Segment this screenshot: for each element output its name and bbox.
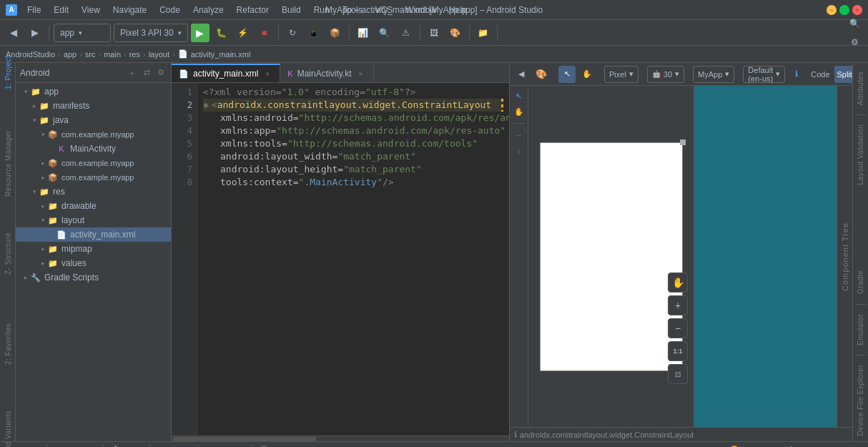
palette-pointer-icon[interactable]: ↖ [512,89,526,103]
close-tab-main-activity-kt[interactable]: × [356,69,366,79]
locale-info-button[interactable]: ℹ [788,66,805,83]
run-button[interactable]: ▶ [191,24,209,42]
stop-button[interactable]: ■ [255,24,274,42]
menu-navigate[interactable]: Navigate [107,4,152,16]
bc-app[interactable]: app [64,50,77,59]
tab-main-activity-kt[interactable]: K MainActivity.kt × [280,64,373,82]
profiler-button[interactable]: 〜 Profiler [202,443,248,448]
sync-files-button[interactable]: ⇄ [141,67,152,79]
device-file-explorer-tab[interactable]: Device File Explorer [854,359,867,441]
code-editor[interactable]: <?xml version="1.0" encoding="utf-8"?> ◈… [197,83,509,436]
locale-dropdown[interactable]: Default (en-us) ▾ [743,66,785,83]
panel-settings-button[interactable]: ⚙ [155,67,167,79]
profiler-button[interactable]: 📊 [354,24,373,42]
tree-item-package-2[interactable]: ▸ 📦 com.example.myapp [16,156,171,170]
close-button[interactable]: × [852,5,862,15]
tree-item-manifests[interactable]: ▸ 📁 manifests [16,99,171,113]
search-button[interactable]: 🔍 [845,14,864,33]
lint-button[interactable]: ⚠ [397,24,415,42]
gradle-tab[interactable]: Gradle [854,265,867,300]
tree-item-package-3[interactable]: ▸ 📦 com.example.myapp [16,170,171,185]
menu-file[interactable]: File [21,4,46,16]
menu-refactor[interactable]: Refactor [231,4,275,16]
bc-filename[interactable]: activity_main.xml [191,50,251,59]
api-level-dropdown[interactable]: 🤖 30 ▾ [647,66,684,83]
menu-edit[interactable]: Edit [48,4,74,16]
new-file-button[interactable]: + [127,67,138,79]
horizontal-scrollbar[interactable] [172,436,509,441]
pixel-dropdown[interactable]: Pixel ▾ [604,66,638,83]
zoom-in-button[interactable]: + [668,295,688,315]
logcat-button[interactable]: ≡ Logcat [153,443,195,448]
expand-arrow-gradle: ▸ [21,273,30,282]
sdk-manager-button[interactable]: 📦 [326,24,345,42]
component-tree-strip[interactable]: Component Tree [837,86,852,427]
tree-item-values[interactable]: ▸ 📁 values [16,256,171,270]
tree-item-mainactivity[interactable]: ▸ K MainActivity [16,142,171,156]
tab-activity-main-xml[interactable]: 📄 activity_main.xml × [172,64,280,82]
menu-analyze[interactable]: Analyze [187,4,230,16]
build-button[interactable]: 🔨 Build [107,443,147,448]
emulator-tab[interactable]: Emulator [854,308,867,351]
layout-editor-button[interactable]: 🖼 [425,24,443,42]
layout-inspector-button[interactable]: 📐 Layout Inspector [784,443,865,448]
device-file-explorer-button[interactable]: 📁 [474,24,493,42]
menu-build[interactable]: Build [276,4,307,16]
database-inspector-button[interactable]: 🗄 Database Inspector [255,443,344,448]
tree-item-drawable[interactable]: ▸ 📁 drawable [16,199,171,213]
hand-tool-button[interactable]: ✋ [668,272,688,293]
bc-main[interactable]: main [104,50,121,59]
forward-button[interactable]: ▶ [26,24,44,42]
tree-item-activity-main-xml[interactable]: ▸ 📄 activity_main.xml [16,227,171,242]
structure-icon[interactable]: Z- Structure [1,247,14,260]
back-button[interactable]: ◀ [4,24,23,42]
terminal-button[interactable]: ▶ Terminal [50,443,100,448]
build-analyzer-button[interactable]: 🔍 [375,24,394,42]
resource-manager-icon[interactable]: Resource Manager [1,157,14,170]
debug-button[interactable]: 🐛 [212,24,231,42]
favorites-icon[interactable]: 2: Favorites [1,338,14,350]
settings-gear-icon[interactable]: ⚙ [845,33,864,51]
tree-item-res[interactable]: ▾ 📁 res [16,185,171,199]
code-mode-button[interactable]: Code [808,66,832,83]
tree-item-mipmap[interactable]: ▸ 📁 mipmap [16,242,171,256]
zoom-full-button[interactable]: ⊡ [668,364,688,384]
device-dropdown[interactable]: Pixel 3 API 30 ▾ [114,24,188,42]
palette-vertical-arrows-icon[interactable]: ↕ [512,144,526,158]
close-tab-activity-main[interactable]: × [262,69,272,79]
app-theme-dropdown[interactable]: MyApp ▾ [693,66,734,83]
palette-pan-icon[interactable]: ✋ [512,104,526,119]
run-with-coverage-button[interactable]: ⚡ [234,24,252,42]
zoom-out-button[interactable]: − [668,318,688,338]
app-config-dropdown[interactable]: app ▾ [54,24,111,42]
tree-item-layout[interactable]: ▾ 📁 layout [16,213,171,227]
resize-handle-tr[interactable] [680,139,686,145]
bc-layout[interactable]: layout [149,50,169,59]
tree-item-gradle-scripts[interactable]: ▸ 🔧 Gradle Scripts [16,270,171,285]
maximize-button[interactable]: □ [839,5,849,15]
menu-view[interactable]: View [76,4,106,16]
menu-code[interactable]: Code [154,4,186,16]
scrollbar-thumb[interactable] [173,437,316,441]
tree-item-app[interactable]: ▾ 📁 app [16,84,171,99]
palette-navigate-button[interactable]: ◀ [513,66,530,83]
bc-res[interactable]: res [129,50,140,59]
sync-button[interactable]: ↻ [283,24,302,42]
attributes-tab[interactable]: Attributes [854,66,867,111]
avd-manager-button[interactable]: 📱 [305,24,323,42]
tree-item-package-1[interactable]: ▾ 📦 com.example.myapp [16,127,171,142]
theme-editor-button[interactable]: 🎨 [446,24,465,42]
build-variants-icon[interactable]: Build Variants [1,428,14,441]
tree-item-java[interactable]: ▾ 📁 java [16,113,171,127]
zoom-fit-button[interactable]: 1:1 [668,341,688,361]
layout-validation-tab[interactable]: Layout Validation [854,119,867,190]
pan-tool-button[interactable]: ✋ [578,66,596,83]
bc-src[interactable]: src [85,50,96,59]
palette-arrows-icon[interactable]: ↔ [512,128,526,142]
bc-androidstudio[interactable]: AndroidStudio [6,50,55,59]
project-icon[interactable]: 1: Project [1,66,14,79]
minimize-button[interactable]: − [827,5,837,15]
event-log-button[interactable]: ! Event Log [724,443,783,448]
select-tool-button[interactable]: ↖ [558,66,576,83]
expand-arrow-manifests: ▸ [30,102,39,110]
